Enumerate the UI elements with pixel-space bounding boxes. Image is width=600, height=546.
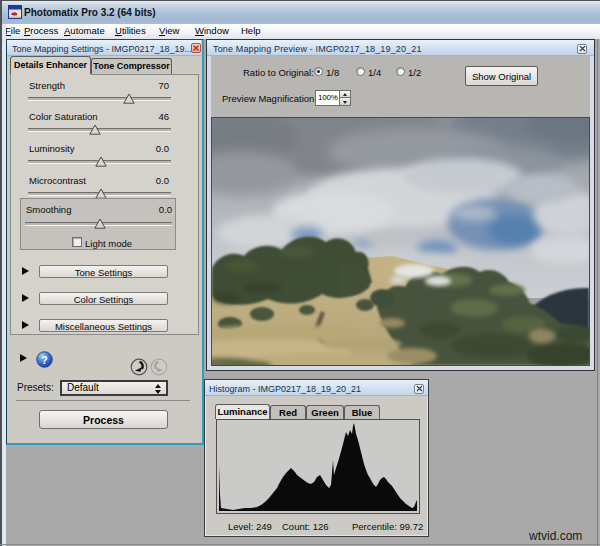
svg-text:?: ?: [41, 354, 47, 366]
